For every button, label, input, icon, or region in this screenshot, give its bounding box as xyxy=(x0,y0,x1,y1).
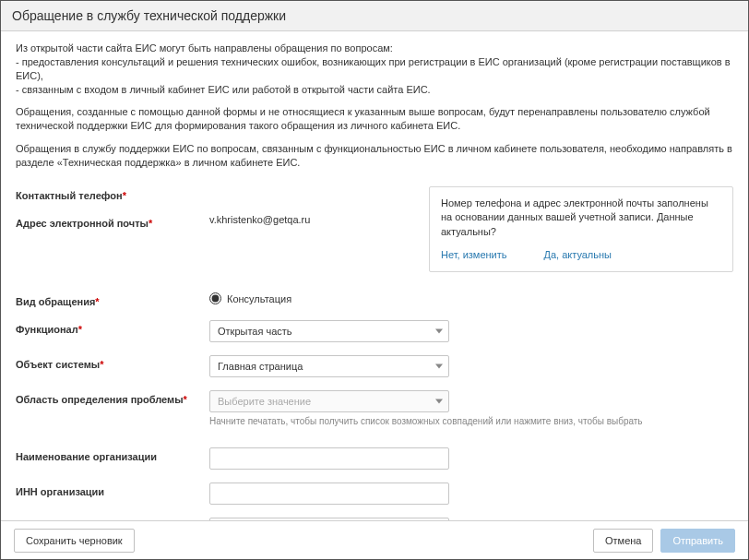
chevron-down-icon xyxy=(435,364,443,369)
dialog-header: Обращение в службу технической поддержки xyxy=(1,1,748,31)
select-problem-area-placeholder: Выберите значение xyxy=(218,396,311,407)
radio-consultation-input[interactable] xyxy=(209,292,221,304)
intro-paragraph-1: Из открытой части сайта ЕИС могут быть н… xyxy=(16,42,733,96)
select-sys-object[interactable]: Главная страница xyxy=(209,355,449,377)
value-email: v.khristenko@getqa.ru xyxy=(209,214,429,225)
radio-consultation-label: Консультация xyxy=(227,293,291,304)
chevron-down-icon xyxy=(435,329,443,334)
contact-notice: Номер телефона и адрес электронной почты… xyxy=(429,186,733,273)
notice-text: Номер телефона и адрес электронной почты… xyxy=(441,197,721,239)
input-org-inn[interactable] xyxy=(209,483,449,505)
notice-link-yes[interactable]: Да, актуальны xyxy=(543,248,612,262)
label-functional: Функционал* xyxy=(16,320,209,335)
label-phone: Контактный телефон* xyxy=(16,186,209,201)
label-problem-area: Область определения проблемы* xyxy=(16,390,209,405)
label-email: Адрес электронной почты* xyxy=(16,214,209,229)
select-functional-value: Открытая часть xyxy=(218,326,292,337)
notice-link-no[interactable]: Нет, изменить xyxy=(441,248,506,262)
submit-button[interactable]: Отправить xyxy=(660,529,735,553)
chevron-down-icon xyxy=(435,399,443,404)
radio-consultation[interactable]: Консультация xyxy=(209,292,733,304)
intro-paragraph-3: Обращения в службу поддержки ЕИС по вопр… xyxy=(16,142,733,170)
select-problem-area[interactable]: Выберите значение xyxy=(209,390,449,412)
problem-area-hint: Начните печатать, чтобы получить список … xyxy=(209,415,733,427)
label-org-inn: ИНН организации xyxy=(16,483,209,497)
input-org-name[interactable] xyxy=(209,447,449,470)
intro-block: Из открытой части сайта ЕИС могут быть н… xyxy=(16,42,733,170)
save-draft-button[interactable]: Сохранить черновик xyxy=(14,529,135,553)
select-functional[interactable]: Открытая часть xyxy=(209,320,449,342)
label-type: Вид обращения* xyxy=(16,292,209,307)
label-org-name: Наименование организации xyxy=(16,447,209,462)
intro-paragraph-2: Обращения, созданные с помощью данной фо… xyxy=(16,105,733,133)
dialog-footer: Сохранить черновик Отмена Отправить xyxy=(1,520,748,559)
label-sys-object: Объект системы* xyxy=(16,355,209,370)
cancel-button[interactable]: Отмена xyxy=(593,529,653,553)
dialog-title: Обращение в службу технической поддержки xyxy=(12,8,286,23)
form-viewport[interactable]: Из открытой части сайта ЕИС могут быть н… xyxy=(1,30,748,520)
select-sys-object-value: Главная страница xyxy=(218,361,303,372)
